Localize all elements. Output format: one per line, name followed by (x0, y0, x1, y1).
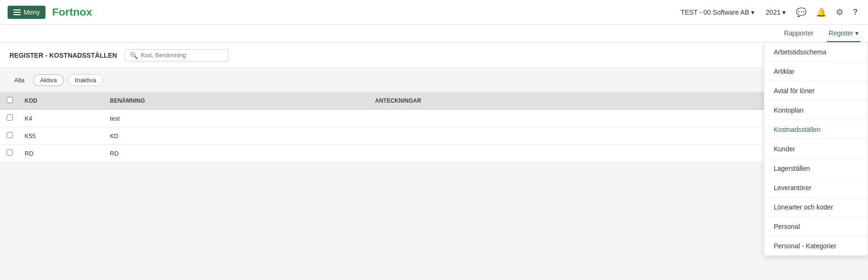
dropdown-item-lagerstallen[interactable]: Lagerställen (764, 159, 868, 162)
help-button[interactable]: ? (850, 5, 860, 19)
subnav: Rapporter Register ▾ (0, 25, 868, 43)
dropdown-item-kostnadsstallen[interactable]: Kostnadsställen (764, 120, 868, 140)
dropdown-item-avtal[interactable]: Avtal för löner (764, 81, 868, 101)
row-checkbox-1[interactable] (7, 114, 13, 121)
year-chevron-icon: ▾ (782, 9, 786, 16)
subnav-register-chevron-icon: ▾ (855, 29, 859, 37)
page-content: REGISTER - KOSTNADSSTÄLLEN 🔍 + Skapa All… (0, 43, 868, 162)
search-box: 🔍 (125, 49, 229, 61)
select-all-checkbox[interactable] (7, 97, 13, 103)
subnav-register-label: Register (829, 29, 853, 37)
search-icon: 🔍 (130, 52, 138, 59)
dropdown-item-artiklar[interactable]: Artiklar (764, 62, 868, 81)
table-row: K55 KD (0, 127, 868, 145)
dropdown-item-kontoplan[interactable]: Kontoplan (764, 101, 868, 120)
row-checkbox-cell (0, 110, 19, 127)
register-header: REGISTER - KOSTNADSSTÄLLEN 🔍 + Skapa (0, 43, 868, 68)
table-row: K4 test (0, 110, 868, 127)
row-checkbox-2[interactable] (7, 132, 13, 138)
header-benamning: BENÄMNING (104, 92, 369, 110)
subnav-rapporter-label: Rapporter (784, 29, 814, 37)
row-benamning-2[interactable]: KD (104, 127, 369, 145)
subnav-item-rapporter[interactable]: Rapporter (782, 25, 815, 42)
bell-icon: 🔔 (816, 7, 826, 18)
filter-active-button[interactable]: Aktiva (33, 74, 64, 86)
row-kod-3[interactable]: RD (19, 145, 104, 162)
company-name: TEST - 00 Software AB (681, 9, 749, 16)
notifications-button[interactable]: 🔔 (813, 4, 829, 20)
table-wrapper: KOD BENÄMNING ANTECKNINGAR K4 test (0, 92, 868, 162)
logo: Fortnox (52, 6, 102, 19)
header-checkbox-cell (0, 92, 19, 110)
filter-inactive-button[interactable]: Inaktiva (68, 74, 103, 86)
settings-icon: ⚙ (836, 7, 843, 18)
year-label: 2021 (766, 9, 780, 16)
page-title: REGISTER - KOSTNADSSTÄLLEN (9, 52, 117, 59)
company-selector[interactable]: TEST - 00 Software AB ▾ (677, 7, 758, 18)
main-table: KOD BENÄMNING ANTECKNINGAR K4 test (0, 92, 868, 162)
dropdown-item-arbetstidsschema[interactable]: Arbetstidsschema (764, 43, 868, 62)
navbar: Meny Fortnox TEST - 00 Software AB ▾ 202… (0, 0, 868, 25)
svg-text:Fortnox: Fortnox (52, 6, 92, 18)
navbar-right: TEST - 00 Software AB ▾ 2021 ▾ 💬 🔔 ⚙ ? (677, 4, 860, 20)
row-checkbox-cell (0, 127, 19, 145)
filter-all-label: Alla (14, 77, 25, 84)
subnav-item-register[interactable]: Register ▾ (827, 25, 860, 42)
chat-icon: 💬 (796, 7, 806, 18)
dropdown-item-kunder[interactable]: Kunder (764, 140, 868, 159)
row-benamning-3[interactable]: RD (104, 145, 369, 162)
year-selector[interactable]: 2021 ▾ (762, 7, 789, 18)
help-icon: ? (853, 8, 858, 17)
row-kod-2[interactable]: K55 (19, 127, 104, 145)
table-header-row: KOD BENÄMNING ANTECKNINGAR (0, 92, 868, 110)
search-input[interactable] (141, 52, 224, 59)
table-row: RD RD (0, 145, 868, 162)
row-benamning-1[interactable]: test (104, 110, 369, 127)
filter-active-label: Aktiva (40, 77, 57, 84)
filter-inactive-label: Inaktiva (75, 77, 96, 84)
filter-row: Alla Aktiva Inaktiva ≡ 3 10 25 50 av 3 (0, 68, 868, 92)
row-checkbox-cell (0, 145, 19, 162)
header-kod: KOD (19, 92, 104, 110)
menu-label: Meny (24, 9, 40, 16)
filter-all-button[interactable]: Alla (9, 75, 29, 86)
row-kod-1[interactable]: K4 (19, 110, 104, 127)
menu-button[interactable]: Meny (8, 6, 45, 19)
register-dropdown: Arbetstidsschema Artiklar Avtal för löne… (764, 43, 868, 162)
row-checkbox-3[interactable] (7, 149, 13, 156)
company-chevron-icon: ▾ (751, 9, 754, 16)
chat-button[interactable]: 💬 (793, 4, 809, 20)
settings-button[interactable]: ⚙ (833, 4, 846, 20)
hamburger-icon (13, 9, 21, 15)
